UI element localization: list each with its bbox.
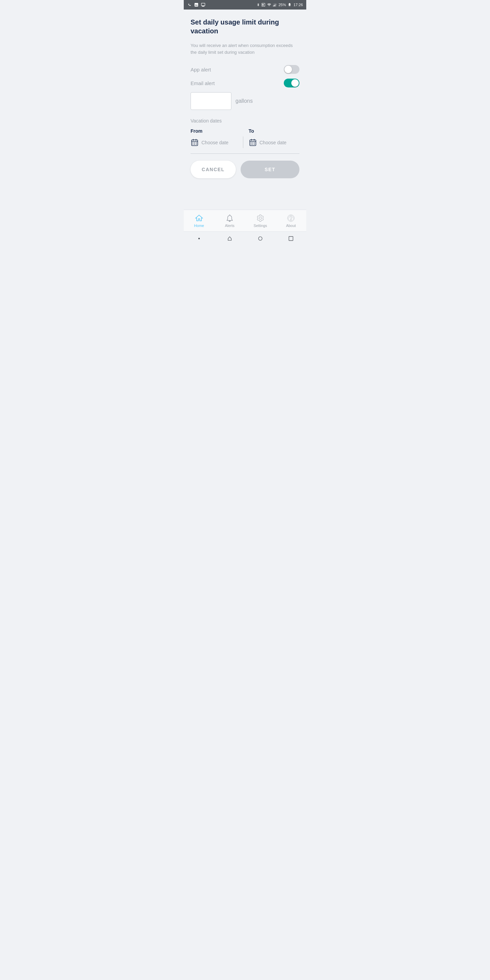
svg-point-19 xyxy=(259,237,262,240)
gallons-label: gallons xyxy=(235,98,253,104)
home-icon xyxy=(195,214,203,222)
to-date-picker[interactable]: Choose date xyxy=(249,137,300,148)
description-text: You will receive an alert when consumpti… xyxy=(191,42,299,56)
nav-settings-label: Settings xyxy=(253,224,267,228)
android-nav-bar xyxy=(184,231,306,245)
svg-rect-10 xyxy=(196,144,197,145)
whatsapp-icon xyxy=(187,2,192,7)
status-right-icons: 25% 17:26 xyxy=(256,2,303,7)
android-back-icon[interactable] xyxy=(196,236,202,241)
gallons-row: gallons xyxy=(191,92,299,110)
to-choose-date: Choose date xyxy=(259,140,286,145)
svg-rect-20 xyxy=(289,237,293,240)
monitor-icon xyxy=(201,2,205,7)
svg-rect-8 xyxy=(192,144,193,145)
date-underline xyxy=(191,153,299,154)
page-title: Set daily usage limit during vacation xyxy=(191,18,299,35)
from-column: From Choose date xyxy=(191,128,242,148)
bottom-nav: Home Alerts Settings About xyxy=(184,210,306,231)
nav-alerts-label: Alerts xyxy=(225,224,234,228)
svg-rect-17 xyxy=(254,144,255,145)
android-recents-icon[interactable] xyxy=(258,236,263,241)
status-left-icons xyxy=(187,2,205,7)
app-alert-knob xyxy=(285,66,292,73)
email-alert-row: Email alert xyxy=(191,79,299,88)
svg-rect-5 xyxy=(192,143,193,143)
app-alert-label: App alert xyxy=(191,67,211,73)
vacation-dates-label: Vacation dates xyxy=(191,118,299,124)
svg-rect-15 xyxy=(251,144,251,145)
nav-about-label: About xyxy=(286,224,296,228)
email-alert-toggle[interactable] xyxy=(284,79,299,88)
settings-icon xyxy=(256,214,264,222)
nav-item-settings[interactable]: Settings xyxy=(245,210,275,231)
nfc-icon xyxy=(261,2,266,7)
svg-rect-9 xyxy=(194,144,195,145)
svg-rect-16 xyxy=(253,144,253,145)
svg-rect-1 xyxy=(274,5,275,7)
date-row: From Choose date To xyxy=(191,128,299,148)
email-alert-label: Email alert xyxy=(191,80,215,86)
android-home-icon[interactable] xyxy=(227,236,232,241)
to-calendar-icon xyxy=(249,138,257,147)
nav-item-alerts[interactable]: Alerts xyxy=(215,210,245,231)
battery-percent: 25% xyxy=(278,3,286,7)
from-choose-date: Choose date xyxy=(202,140,228,145)
bluetooth-icon xyxy=(256,2,260,7)
to-column: To Choose date xyxy=(245,128,300,148)
gallons-input[interactable] xyxy=(191,92,231,110)
svg-rect-13 xyxy=(253,143,253,143)
status-bar: 25% 17:26 xyxy=(184,0,306,10)
buttons-row: CANCEL SET xyxy=(191,161,299,178)
svg-rect-18 xyxy=(198,238,200,239)
svg-rect-12 xyxy=(251,143,251,143)
wifi-icon xyxy=(267,3,272,7)
svg-rect-3 xyxy=(275,4,276,7)
battery-icon xyxy=(287,3,292,7)
from-calendar-icon xyxy=(191,138,199,147)
date-divider xyxy=(243,137,243,148)
from-date-picker[interactable]: Choose date xyxy=(191,137,242,148)
cancel-button[interactable]: CANCEL xyxy=(191,161,236,178)
svg-rect-2 xyxy=(275,5,275,6)
nav-home-label: Home xyxy=(194,224,204,228)
svg-rect-6 xyxy=(194,143,195,143)
set-button[interactable]: SET xyxy=(240,161,299,178)
status-time: 17:26 xyxy=(293,3,303,7)
about-icon xyxy=(287,214,295,222)
to-label: To xyxy=(249,128,300,134)
main-content: Set daily usage limit during vacation Yo… xyxy=(184,10,306,210)
android-menu-icon[interactable] xyxy=(288,236,294,241)
alerts-icon xyxy=(226,214,234,222)
svg-rect-0 xyxy=(273,5,274,6)
from-label: From xyxy=(191,128,242,134)
signal-icon xyxy=(273,3,277,7)
nav-item-about[interactable]: About xyxy=(275,210,306,231)
svg-rect-7 xyxy=(196,143,197,143)
app-alert-toggle[interactable] xyxy=(284,65,299,74)
gallery-icon xyxy=(194,2,199,7)
email-alert-knob xyxy=(291,79,299,87)
nav-item-home[interactable]: Home xyxy=(184,210,215,231)
svg-rect-14 xyxy=(254,143,255,143)
app-alert-row: App alert xyxy=(191,65,299,74)
